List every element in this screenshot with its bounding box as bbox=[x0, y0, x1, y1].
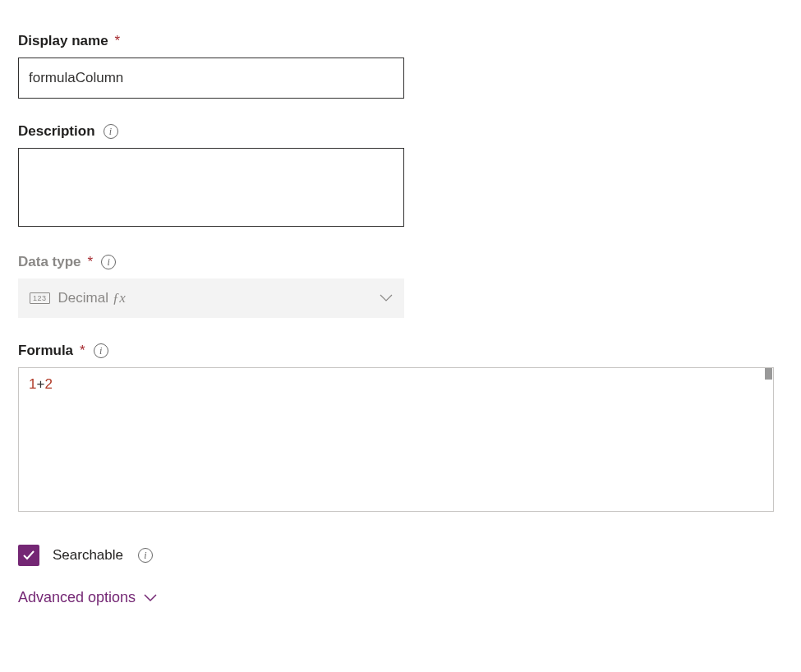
description-label: Description bbox=[18, 123, 95, 140]
label-row: Display name * bbox=[18, 33, 783, 49]
chevron-down-icon bbox=[380, 294, 393, 302]
info-icon[interactable]: i bbox=[138, 548, 153, 563]
required-asterisk: * bbox=[115, 33, 121, 49]
field-display-name: Display name * bbox=[18, 33, 783, 99]
formula-token-num: 2 bbox=[44, 376, 52, 392]
fx-icon: ƒx bbox=[113, 290, 126, 306]
data-type-select[interactable]: 123 Decimal ƒx bbox=[18, 278, 404, 318]
label-row: Data type * i bbox=[18, 254, 783, 270]
searchable-checkbox[interactable] bbox=[18, 545, 39, 566]
data-type-value-text: Decimal bbox=[58, 290, 108, 306]
label-row: Description i bbox=[18, 123, 783, 140]
info-icon[interactable]: i bbox=[94, 343, 108, 358]
info-icon[interactable]: i bbox=[104, 124, 118, 139]
required-asterisk: * bbox=[80, 343, 85, 359]
display-name-input[interactable] bbox=[18, 58, 404, 99]
field-formula: Formula * i 1+2 bbox=[18, 343, 783, 512]
searchable-label: Searchable bbox=[53, 547, 123, 564]
numeric-icon: 123 bbox=[30, 292, 50, 304]
formula-token-op: + bbox=[36, 376, 44, 392]
field-searchable: Searchable i bbox=[18, 545, 783, 566]
data-type-value: Decimal ƒx bbox=[58, 290, 371, 306]
advanced-options-label: Advanced options bbox=[18, 589, 136, 606]
data-type-label: Data type bbox=[18, 254, 81, 270]
field-description: Description i bbox=[18, 123, 783, 229]
info-icon[interactable]: i bbox=[101, 255, 116, 269]
description-input[interactable] bbox=[18, 148, 404, 227]
required-asterisk: * bbox=[88, 254, 94, 270]
advanced-options-toggle[interactable]: Advanced options bbox=[18, 589, 783, 606]
formula-input[interactable]: 1+2 bbox=[18, 367, 774, 512]
formula-label: Formula bbox=[18, 343, 73, 359]
display-name-label: Display name bbox=[18, 33, 108, 49]
field-data-type: Data type * i 123 Decimal ƒx bbox=[18, 254, 783, 318]
label-row: Formula * i bbox=[18, 343, 783, 359]
scrollbar-handle[interactable] bbox=[765, 368, 772, 380]
formula-content: 1+2 bbox=[29, 376, 53, 392]
chevron-down-icon bbox=[144, 594, 157, 602]
